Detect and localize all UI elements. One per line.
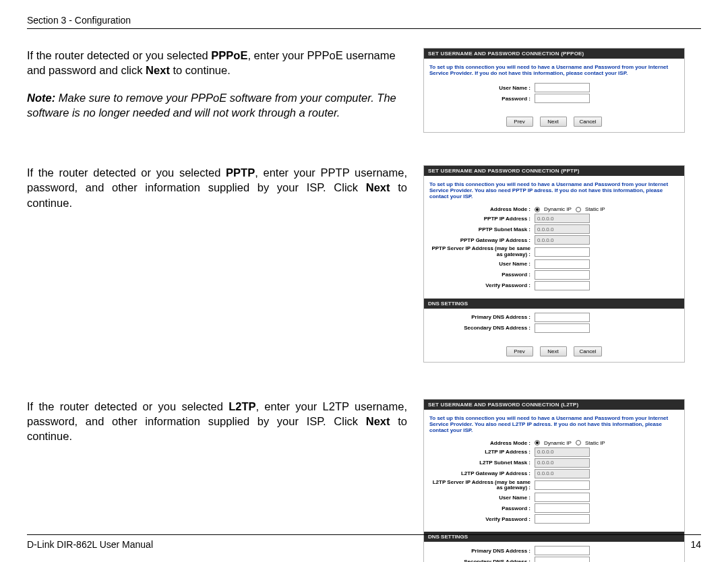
pptp-row: If the router detected or you selected P…: [27, 165, 701, 363]
pptp-server-input[interactable]: [535, 247, 590, 257]
pptp-next-button[interactable]: Next: [540, 346, 567, 356]
pptp-bold: PPTP: [226, 166, 255, 179]
pppoe-cancel-button[interactable]: Cancel: [574, 117, 603, 127]
l2tp-dynamic-radio[interactable]: [535, 440, 540, 445]
l2tp-server-label: L2TP Server IP Address (may be same as g…: [429, 480, 535, 492]
pptp-verify-input[interactable]: [535, 281, 590, 290]
pptp-addrmode-label: Address Mode :: [429, 206, 535, 212]
pptp-dns2-label: Secondary DNS Address :: [429, 325, 535, 331]
pptp-prev-button[interactable]: Prev: [506, 346, 533, 356]
l2tp-next-bold: Next: [366, 415, 390, 427]
note-body: Make sure to remove your PPPoE software …: [27, 92, 396, 119]
l2tp-password-label: Password :: [429, 505, 535, 511]
pptp-next-bold: Next: [366, 181, 390, 193]
pptp-username-label: User Name :: [429, 261, 535, 267]
pppoe-panel-intro: To set up this connection you will need …: [424, 59, 684, 79]
pptp-text-1: If the router detected or you selected: [27, 166, 226, 179]
pptp-cancel-button[interactable]: Cancel: [574, 346, 603, 356]
l2tp-ip-input[interactable]: [535, 447, 590, 457]
pppoe-text-3: to continue.: [170, 64, 231, 76]
pptp-panel-title: SET USERNAME AND PASSWORD CONNECTION (PP…: [424, 166, 684, 176]
pptp-verify-label: Verify Password :: [429, 282, 535, 288]
pppoe-bold: PPPoE: [211, 49, 247, 61]
l2tp-panel-title: SET USERNAME AND PASSWORD CONNECTION (L2…: [424, 400, 684, 410]
l2tp-verify-input[interactable]: [535, 514, 590, 524]
pppoe-row: If the router detected or you selected P…: [27, 48, 701, 133]
pppoe-panel: SET USERNAME AND PASSWORD CONNECTION (PP…: [423, 48, 685, 133]
pptp-panel: SET USERNAME AND PASSWORD CONNECTION (PP…: [423, 165, 685, 363]
l2tp-static-label: Static IP: [585, 440, 605, 446]
pppoe-username-label: User Name :: [429, 85, 535, 91]
l2tp-bold: L2TP: [229, 400, 255, 412]
pptp-panel-intro: To set up this connection you will need …: [424, 176, 684, 202]
pptp-static-label: Static IP: [585, 206, 605, 212]
pptp-dns1-input[interactable]: [535, 313, 590, 322]
pppoe-prev-button[interactable]: Prev: [506, 117, 533, 127]
pptp-password-input[interactable]: [535, 270, 590, 280]
l2tp-static-radio[interactable]: [576, 440, 581, 445]
pppoe-next-bold: Next: [146, 64, 170, 76]
footer-rule: [27, 534, 701, 535]
pppoe-password-label: Password :: [429, 96, 535, 102]
pptp-ip-input[interactable]: [535, 214, 590, 223]
l2tp-text-1: If the router detected or you selected: [27, 400, 229, 412]
l2tp-text: If the router detected or you selected L…: [27, 399, 407, 444]
pptp-mask-label: PPTP Subnet Mask :: [429, 226, 535, 232]
pptp-server-label: PPTP Server IP Address (may be same as g…: [429, 246, 535, 258]
pptp-mask-input[interactable]: [535, 224, 590, 234]
pppoe-text-1: If the router detected or you selected: [27, 49, 211, 61]
header-rule: [27, 28, 701, 29]
l2tp-password-input[interactable]: [535, 503, 590, 513]
l2tp-ip-label: L2TP IP Address :: [429, 449, 535, 455]
footer-page: 14: [690, 539, 701, 550]
pptp-text: If the router detected or you selected P…: [27, 165, 407, 210]
pptp-ip-label: PPTP IP Address :: [429, 216, 535, 222]
pptp-gw-label: PPTP Gateway IP Address :: [429, 237, 535, 243]
footer: D-Link DIR-862L User Manual 14: [27, 534, 701, 550]
l2tp-dynamic-label: Dynamic IP: [544, 440, 572, 446]
pppoe-username-input[interactable]: [535, 83, 590, 92]
pppoe-panel-title: SET USERNAME AND PASSWORD CONNECTION (PP…: [424, 49, 684, 59]
pptp-dns-title: DNS SETTINGS: [424, 299, 684, 309]
pptp-dynamic-radio[interactable]: [535, 207, 540, 212]
note-label: Note:: [27, 92, 55, 104]
pptp-dns1-label: Primary DNS Address :: [429, 314, 535, 320]
pptp-gw-input[interactable]: [535, 235, 590, 245]
l2tp-gw-input[interactable]: [535, 469, 590, 478]
pptp-dynamic-label: Dynamic IP: [544, 206, 572, 212]
pptp-dns2-input[interactable]: [535, 323, 590, 333]
l2tp-server-input[interactable]: [535, 480, 590, 490]
l2tp-gw-label: L2TP Gateway IP Address :: [429, 470, 535, 476]
l2tp-dns2-label: Secondary DNS Address :: [429, 559, 535, 562]
l2tp-mask-label: L2TP Subnet Mask :: [429, 460, 535, 466]
pptp-password-label: Password :: [429, 272, 535, 278]
l2tp-dns2-input[interactable]: [535, 557, 590, 562]
pppoe-password-input[interactable]: [535, 94, 590, 103]
pppoe-next-button[interactable]: Next: [540, 117, 567, 127]
l2tp-panel-intro: To set up this connection you will need …: [424, 410, 684, 436]
pppoe-text: If the router detected or you selected P…: [27, 48, 407, 120]
footer-manual: D-Link DIR-862L User Manual: [27, 539, 153, 550]
l2tp-username-label: User Name :: [429, 495, 535, 501]
section-header: Section 3 - Configuration: [27, 15, 701, 26]
pptp-username-input[interactable]: [535, 259, 590, 269]
l2tp-username-input[interactable]: [535, 493, 590, 502]
l2tp-verify-label: Verify Password :: [429, 516, 535, 522]
pptp-static-radio[interactable]: [576, 207, 581, 212]
l2tp-mask-input[interactable]: [535, 458, 590, 468]
l2tp-addrmode-label: Address Mode :: [429, 440, 535, 446]
